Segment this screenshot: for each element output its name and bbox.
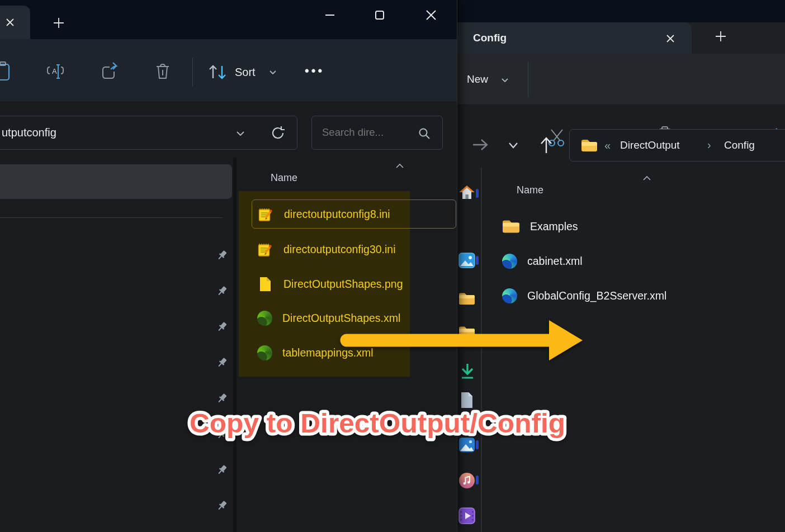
search-input[interactable] <box>321 120 410 145</box>
desktop-folder-icon[interactable] <box>458 292 475 306</box>
tab-close-icon[interactable] <box>3 16 17 29</box>
edge-xml-icon <box>502 288 517 303</box>
nav-selected-item[interactable] <box>0 164 232 199</box>
toolbar-divider <box>528 61 528 97</box>
search-box[interactable] <box>311 116 443 150</box>
new-tab-button[interactable] <box>51 16 66 30</box>
rename-icon[interactable]: A <box>45 60 67 83</box>
breadcrumb-root[interactable]: DirectOutput <box>620 130 680 161</box>
nav-indicator <box>476 256 479 265</box>
breadcrumb-current[interactable]: Config <box>724 130 755 161</box>
share-icon[interactable] <box>98 60 121 83</box>
right-explorer-window: Config New <box>457 0 785 532</box>
right-toolbar: New <box>457 54 785 105</box>
pane-splitter[interactable] <box>233 158 237 532</box>
nav-separator <box>0 217 223 218</box>
tab-close-icon[interactable] <box>663 31 678 46</box>
more-options-button[interactable]: ••• <box>305 64 324 78</box>
maximize-button[interactable] <box>371 7 388 23</box>
paste-icon[interactable] <box>0 60 13 83</box>
right-titlebar <box>457 0 785 22</box>
history-chevron-icon[interactable] <box>507 140 520 151</box>
screenshot-root: Config New <box>0 0 785 532</box>
left-explorer-window: A <box>0 0 457 532</box>
file-name: cabinet.xml <box>527 255 583 268</box>
svg-text:A: A <box>52 67 57 75</box>
breadcrumb-separator: › <box>707 130 711 160</box>
nav-indicator <box>476 476 479 484</box>
pin-icon <box>216 321 228 333</box>
pin-icon <box>216 500 228 512</box>
pin-icon <box>216 249 228 262</box>
column-header-name[interactable]: Name <box>271 172 297 184</box>
sort-ascending-icon <box>642 175 652 182</box>
up-icon[interactable] <box>538 135 555 155</box>
minimize-button[interactable] <box>321 7 338 23</box>
search-icon <box>417 126 432 141</box>
pin-icon <box>216 285 228 297</box>
edge-xml-icon <box>502 254 517 269</box>
address-bar[interactable]: utputconfig <box>0 116 297 150</box>
folder-icon <box>502 219 520 234</box>
file-name: GlobalConfig_B2Sserver.xml <box>527 289 666 302</box>
file-name: Examples <box>530 220 578 233</box>
refresh-icon[interactable] <box>269 124 287 142</box>
breadcrumb-overflow[interactable]: « <box>604 130 611 161</box>
annotation-text: Copy to DirectOutput/Config <box>190 408 565 438</box>
close-button[interactable] <box>423 7 439 23</box>
music-icon[interactable] <box>458 472 475 489</box>
forward-icon[interactable] <box>471 136 491 153</box>
copy-arrow-annotation <box>334 313 592 369</box>
left-tab[interactable] <box>0 6 30 39</box>
column-header-name[interactable]: Name <box>517 184 543 196</box>
tab-label: Config <box>473 22 507 54</box>
videos-icon[interactable] <box>458 507 475 524</box>
file-row[interactable]: Examples <box>496 212 765 241</box>
folder-icon <box>580 137 599 154</box>
gallery-icon[interactable] <box>458 253 475 268</box>
file-row[interactable]: GlobalConfig_B2Sserver.xml <box>496 281 765 310</box>
copy-to-config-annotation: Copy to DirectOutput/Config <box>173 398 581 449</box>
file-row[interactable]: cabinet.xml <box>496 246 765 276</box>
address-value: utputconfig <box>2 116 56 149</box>
toolbar-divider <box>192 58 193 87</box>
right-tab-config[interactable]: Config <box>457 22 692 54</box>
sort-icon[interactable] <box>207 61 228 83</box>
new-button[interactable]: New <box>467 54 488 105</box>
left-titlebar <box>0 0 457 39</box>
pin-icon <box>216 357 228 369</box>
chevron-down-icon[interactable] <box>500 75 510 85</box>
sort-ascending-icon <box>395 163 405 169</box>
nav-indicator <box>476 189 479 198</box>
chevron-down-icon[interactable] <box>267 67 278 77</box>
delete-icon[interactable] <box>152 60 174 83</box>
chevron-down-icon[interactable] <box>234 129 247 139</box>
left-toolbar: A <box>0 39 457 102</box>
home-icon[interactable] <box>458 184 475 201</box>
address-bar[interactable]: « DirectOutput › Config <box>569 129 785 162</box>
sort-button[interactable]: Sort <box>235 61 256 83</box>
new-tab-button[interactable] <box>713 29 728 44</box>
pin-icon <box>216 464 228 476</box>
